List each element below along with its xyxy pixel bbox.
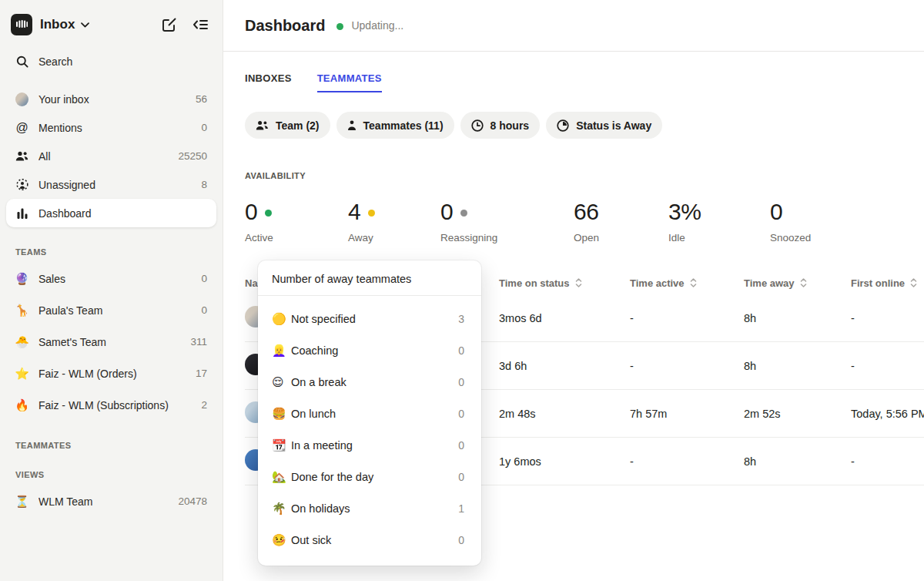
count-badge: 0 [201, 304, 207, 316]
updating-status-text: Updating... [351, 19, 403, 32]
stat-status-dot [265, 210, 272, 217]
status-emoji-icon: 🟡 [272, 312, 291, 326]
sidebar-view-item[interactable]: ⏳ WLM Team 20478 [6, 485, 216, 517]
stat-label: Away [348, 232, 440, 243]
first-online-cell: - [851, 360, 924, 372]
sidebar: Inbox [0, 0, 223, 581]
status-label: On lunch [291, 408, 458, 420]
time-on-status-cell: 2m 48s [499, 408, 630, 420]
teammates-section-header: TEAMMATES [0, 441, 223, 450]
search-icon [15, 55, 28, 68]
clock-icon [471, 119, 484, 132]
status-count: 0 [458, 344, 467, 357]
stat-value: 66 [574, 199, 598, 225]
sort-icon [575, 277, 582, 288]
sidebar-team-item[interactable]: 🐣 Samet's Team 311 [6, 326, 216, 358]
sidebar-team-item[interactable]: 🔥 Faiz - WLM (Subscriptions) 2 [6, 389, 216, 421]
filter-bar: Team (2) Teammates (11) 8 hours [223, 112, 924, 139]
away-status-row: 😌 On a break 0 [272, 366, 467, 398]
column-time-on-status[interactable]: Time on status [499, 277, 630, 289]
dashboard-tabs: INBOXES TEAMMATES [223, 72, 924, 92]
status-emoji-icon: 🤒 [272, 533, 291, 547]
filter-teammates[interactable]: Teammates (11) [336, 112, 454, 139]
away-breakdown-popup: Number of away teammates 🟡 Not specified… [258, 260, 481, 566]
column-time-away[interactable]: Time away [744, 277, 851, 289]
status-count: 0 [458, 408, 467, 420]
time-away-cell: 2m 52s [744, 408, 851, 420]
workspace-title: Inbox [40, 17, 75, 32]
time-active-cell: - [630, 455, 744, 468]
count-badge: 8 [201, 179, 207, 190]
view-emoji-icon: ⏳ [15, 495, 28, 509]
availability-stats: 0 Active 4 Away 0 [223, 198, 924, 243]
time-on-status-cell: 3mos 6d [499, 312, 630, 324]
collapse-sidebar-button[interactable] [190, 15, 210, 35]
page-title: Dashboard [245, 17, 325, 35]
updating-status-dot [336, 23, 343, 30]
status-label: On a break [291, 376, 458, 388]
page-header: Dashboard Updating... [223, 0, 924, 52]
person-icon [347, 120, 357, 131]
count-badge: 56 [196, 93, 207, 105]
stat-label: Idle [668, 232, 770, 243]
status-emoji-icon: 😌 [272, 375, 291, 389]
workspace-switcher[interactable]: Inbox [40, 17, 89, 32]
team-people-icon [256, 120, 269, 131]
filter-hours[interactable]: 8 hours [460, 112, 541, 139]
away-status-row: 🍔 On lunch 0 [272, 398, 467, 429]
intercom-logo-icon [11, 14, 32, 35]
filter-team[interactable]: Team (2) [245, 112, 330, 139]
availability-stat[interactable]: 0 Active [245, 198, 348, 243]
status-label: On holidays [291, 502, 458, 515]
count-badge: 0 [201, 122, 207, 133]
stat-status-dot [368, 210, 375, 217]
count-badge: 20478 [178, 495, 207, 507]
sidebar-item-mentions[interactable]: @ Mentions 0 [6, 113, 216, 142]
compose-button[interactable] [159, 15, 179, 35]
status-emoji-icon: 🏡 [272, 470, 291, 484]
views-list: ⏳ WLM Team 20478 [0, 485, 223, 517]
status-label: In a meeting [291, 439, 458, 452]
sidebar-team-item[interactable]: 🦒 Paula's Team 0 [6, 294, 216, 326]
sidebar-team-item[interactable]: ⭐ Faiz - WLM (Orders) 17 [6, 358, 216, 389]
away-status-row: 🤒 Out sick 0 [272, 524, 467, 556]
stat-label: Snoozed [770, 232, 811, 243]
team-emoji-icon: ⭐ [15, 367, 28, 381]
status-pie-icon [557, 119, 569, 132]
availability-stat[interactable]: 0 Snoozed [770, 198, 811, 243]
first-online-cell: Today, 5:56 PM [851, 408, 924, 420]
count-badge: 2 [201, 399, 207, 411]
sidebar-item-dashboard[interactable]: Dashboard [6, 199, 216, 227]
stat-value: 4 [348, 199, 360, 225]
sidebar-item-your-inbox[interactable]: Your inbox 56 [6, 85, 216, 113]
column-first-online[interactable]: First online [851, 277, 924, 289]
popup-list: 🟡 Not specified 3 👱‍♀️ Coaching 0 😌 On a… [258, 296, 481, 566]
availability-stat[interactable]: 4 Away [348, 198, 440, 243]
teams-section-header: TEAMS [0, 247, 223, 257]
away-status-row: 🏡 Done for the day 0 [272, 461, 467, 492]
team-emoji-icon: 🔥 [15, 398, 28, 412]
stat-value: 0 [770, 199, 782, 225]
mention-icon: @ [15, 122, 28, 134]
sidebar-team-item[interactable]: 🔮 Sales 0 [6, 263, 216, 294]
search-label: Search [38, 55, 207, 68]
availability-stat[interactable]: 3% Idle [668, 198, 770, 243]
collapse-sidebar-icon [192, 18, 209, 31]
count-badge: 25250 [178, 150, 207, 162]
status-emoji-icon: 🌴 [272, 502, 291, 516]
time-away-cell: 8h [744, 312, 851, 324]
availability-stat[interactable]: 0 Reassigning [440, 198, 574, 243]
status-count: 0 [458, 439, 467, 452]
away-status-row: 🌴 On holidays 1 [272, 492, 467, 524]
tab-inboxes[interactable]: INBOXES [245, 72, 292, 92]
column-time-active[interactable]: Time active [630, 277, 744, 289]
availability-stat[interactable]: 66 Open [574, 198, 668, 243]
filter-status[interactable]: Status is Away [546, 112, 662, 139]
team-emoji-icon: 🐣 [15, 335, 28, 349]
popup-title: Number of away teammates [258, 260, 481, 296]
search-button[interactable]: Search [6, 47, 216, 76]
sidebar-item-all[interactable]: All 25250 [6, 142, 216, 170]
sidebar-item-unassigned[interactable]: Unassigned 8 [6, 170, 216, 199]
stat-status-dot [460, 210, 467, 217]
tab-teammates[interactable]: TEAMMATES [317, 72, 382, 92]
